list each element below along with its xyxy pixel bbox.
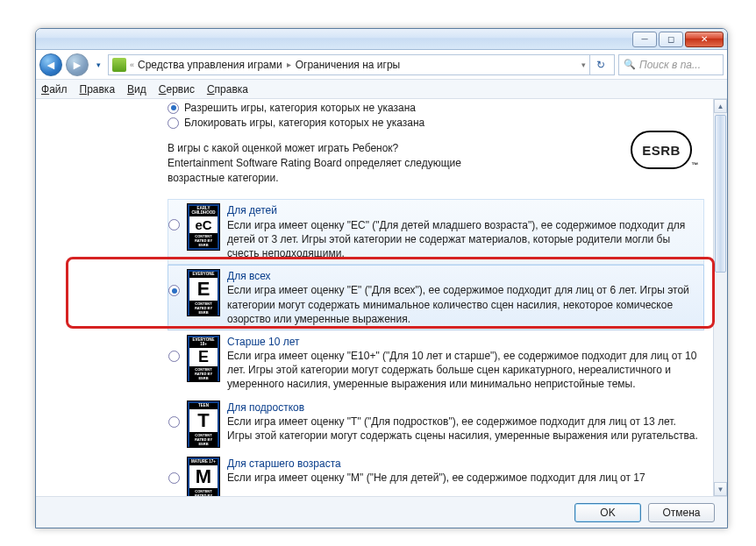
rating-option-3[interactable]: TEENTCONTENT RATED BYESRBДля подростковЕ… [168, 396, 704, 452]
option-allow-unrated[interactable]: Разрешить игры, категория которых не ука… [168, 102, 704, 114]
rating-option-1[interactable]: EVERYONEECONTENT RATED BYESRBДля всехЕсл… [168, 265, 704, 330]
rating-title: Для детей [227, 203, 698, 217]
menu-help[interactable]: Справка [207, 83, 248, 96]
breadcrumb-level2[interactable]: Ограничения на игры [296, 59, 401, 71]
chevron-down-icon[interactable]: ▾ [580, 60, 588, 69]
rating-text: Для детейЕсли игра имеет оценку "EC" ("Д… [227, 203, 698, 260]
rating-option-2[interactable]: EVERYONE 10+ECONTENT RATED BYESRBСтарше … [168, 330, 704, 396]
rating-description: Если игра имеет оценку "E10+" ("Для 10 л… [227, 349, 698, 392]
minimize-button[interactable]: ─ [632, 32, 657, 47]
nav-back-button[interactable]: ◄ [39, 53, 62, 76]
rating-option-4[interactable]: MATURE 17+MCONTENT RATED BYESRBДля старш… [168, 452, 704, 496]
radio-icon[interactable] [168, 219, 180, 230]
navigation-bar: ◄ ► ▾ « Средства управления играми ▸ Огр… [36, 50, 727, 80]
rating-badge-icon: EARLY CHILDHOODeCCONTENT RATED BYESRB [187, 203, 220, 251]
option-block-unrated[interactable]: Блокировать игры, категория которых не у… [168, 117, 704, 129]
rating-badge-icon: EVERYONEECONTENT RATED BYESRB [187, 269, 220, 316]
question-line2: Entertainment Software Rating Board опре… [168, 156, 501, 186]
breadcrumb-level1[interactable]: Средства управления играми [138, 59, 282, 71]
ratings-list: EARLY CHILDHOODeCCONTENT RATED BYESRBДля… [168, 199, 704, 496]
breadcrumb-separator-icon: ▸ [284, 60, 294, 69]
scroll-down-button[interactable]: ▼ [714, 482, 727, 496]
menu-tools[interactable]: Сервис [159, 83, 195, 96]
rating-title: Для старшего возраста [227, 457, 698, 471]
esrb-logo: ESRB [631, 131, 692, 169]
rating-description: Если игра имеет оценку "T" ("Для подрост… [227, 415, 698, 443]
menu-edit[interactable]: Правка [80, 83, 116, 96]
nav-history-dropdown[interactable]: ▾ [92, 53, 104, 76]
search-input[interactable]: Поиск в па... [618, 54, 724, 75]
titlebar: ─ ◻ ✕ [36, 29, 727, 50]
rating-title: Для подростков [227, 401, 698, 415]
rating-description: Если игра имеет оценку "EC" ("Для детей … [227, 218, 698, 261]
rating-description: Если игра имеет оценку "E" ("Для всех"),… [227, 283, 698, 326]
refresh-button[interactable]: ↻ [589, 54, 610, 75]
radio-icon[interactable] [168, 103, 179, 114]
option-allow-label: Разрешить игры, категория которых не ука… [184, 102, 416, 114]
control-panel-icon [112, 58, 126, 72]
rating-badge-icon: TEENTCONTENT RATED BYESRB [187, 401, 220, 448]
rating-text: Старше 10 летЕсли игра имеет оценку "E10… [227, 335, 698, 392]
rating-badge-icon: EVERYONE 10+ECONTENT RATED BYESRB [187, 335, 220, 382]
rating-option-0[interactable]: EARLY CHILDHOODeCCONTENT RATED BYESRBДля… [168, 199, 704, 265]
scroll-thumb[interactable] [715, 115, 726, 273]
close-button[interactable]: ✕ [685, 32, 724, 47]
maximize-button[interactable]: ◻ [659, 32, 683, 47]
rating-title: Старше 10 лет [227, 335, 698, 349]
ok-button[interactable]: OK [574, 503, 641, 522]
footer: OK Отмена [36, 496, 727, 528]
rating-title: Для всех [227, 269, 698, 283]
rating-badge-icon: MATURE 17+MCONTENT RATED BYESRB [187, 457, 220, 496]
vertical-scrollbar[interactable]: ▲ ▼ [713, 99, 727, 496]
scroll-up-button[interactable]: ▲ [714, 99, 727, 113]
radio-icon[interactable] [168, 117, 179, 129]
rating-text: Для подростковЕсли игра имеет оценку "T"… [227, 401, 698, 443]
radio-icon[interactable] [168, 285, 180, 296]
question-text: В игры с какой оценкой может играть Ребе… [168, 141, 501, 185]
radio-icon[interactable] [168, 351, 180, 362]
rating-description: Если игра имеет оценку "M" ("Не для дете… [227, 471, 698, 485]
menu-view[interactable]: Вид [127, 83, 146, 96]
window-frame: ─ ◻ ✕ ◄ ► ▾ « Средства управления играми… [35, 28, 728, 528]
menu-bar: Файл Правка Вид Сервис Справка [36, 80, 727, 99]
radio-icon[interactable] [168, 416, 180, 428]
radio-icon[interactable] [168, 472, 180, 484]
rating-text: Для всехЕсли игра имеет оценку "E" ("Для… [227, 269, 698, 326]
content-area: Разрешить игры, категория которых не ука… [36, 99, 713, 496]
rating-text: Для старшего возрастаЕсли игра имеет оце… [227, 457, 698, 485]
option-block-label: Блокировать игры, категория которых не у… [184, 117, 424, 129]
cancel-button[interactable]: Отмена [648, 503, 715, 522]
breadcrumb[interactable]: « Средства управления играми ▸ Ограничен… [108, 54, 615, 75]
menu-file[interactable]: Файл [41, 83, 68, 96]
question-line1: В игры с какой оценкой может играть Ребе… [168, 141, 501, 156]
chevron-icon: « [128, 60, 136, 69]
nav-forward-button[interactable]: ► [66, 53, 89, 76]
